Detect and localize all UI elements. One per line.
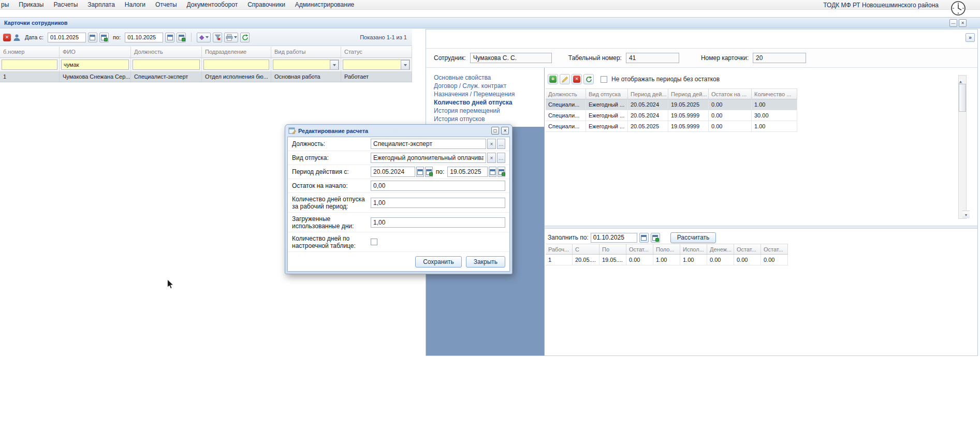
scrollbar-thumb[interactable] <box>959 84 966 112</box>
save-button[interactable]: Сохранить <box>415 256 462 268</box>
column-header-fio[interactable]: ФИО <box>60 47 131 58</box>
calendar-picker-button[interactable] <box>498 167 505 177</box>
column-header[interactable]: Остат... <box>734 244 761 255</box>
menu-item-raschety[interactable]: Расчеты <box>54 1 78 8</box>
user-icon[interactable] <box>13 34 21 41</box>
column-header-department[interactable]: Подразделение <box>202 47 271 58</box>
column-header-quantity[interactable]: Количество ... <box>752 88 797 99</box>
filter-input-fio[interactable] <box>61 60 129 70</box>
nav-item-contract[interactable]: Договор / Служ. контракт <box>434 82 544 90</box>
column-header[interactable]: Денеж... <box>707 244 734 255</box>
column-header[interactable]: Остат... <box>626 244 653 255</box>
menu-item-prikazy[interactable]: Приказы <box>19 1 43 8</box>
days-input[interactable] <box>371 198 505 208</box>
delete-record-icon[interactable]: ✕ <box>3 34 11 41</box>
scroll-down-button[interactable]: ▼ <box>962 211 970 218</box>
column-header-balance[interactable]: Остаток на ... <box>709 88 752 99</box>
column-header[interactable]: Поло... <box>653 244 680 255</box>
table-days-checkbox[interactable] <box>371 239 377 245</box>
horizontal-splitter[interactable] <box>545 226 977 229</box>
menu-item-kadry[interactable]: ры <box>1 1 9 8</box>
column-header[interactable]: По <box>599 244 626 255</box>
calculate-button[interactable]: Рассчитать <box>670 232 716 243</box>
dialog-maximize-button[interactable]: ▢ <box>491 127 499 135</box>
column-header-position[interactable]: Должность <box>131 47 202 58</box>
column-header-period-from[interactable]: Период дей... <box>628 88 668 99</box>
used-days-input[interactable] <box>371 217 505 228</box>
fill-date-input[interactable] <box>591 233 637 243</box>
column-header[interactable]: Рабоч... <box>546 244 573 255</box>
balance-input[interactable] <box>371 181 505 191</box>
nav-item-vacation-days[interactable]: Количество дней отпуска <box>434 99 544 106</box>
period-to-input[interactable] <box>447 167 488 177</box>
vertical-scrollbar[interactable]: ▲ ▼ <box>958 75 967 219</box>
close-dialog-button[interactable]: Закрыть <box>466 256 505 268</box>
dialog-close-button[interactable]: ✕ <box>501 127 509 135</box>
calendar-button[interactable] <box>165 33 174 42</box>
menu-item-dokumentooborot[interactable]: Документооборот <box>187 1 238 8</box>
filter-select-status[interactable] <box>343 60 410 70</box>
add-button[interactable]: + <box>548 74 558 84</box>
delete-button[interactable]: ✕ <box>572 74 582 84</box>
employee-name-field[interactable] <box>470 53 552 63</box>
vacation-row[interactable]: Специали... Ежегодный ... 20.05.2024 19.… <box>546 99 797 110</box>
menu-item-nalogi[interactable]: Налоги <box>125 1 145 8</box>
calendar-button[interactable] <box>416 167 424 177</box>
actions-menu-button[interactable] <box>197 33 211 42</box>
lookup-button[interactable]: … <box>497 153 505 163</box>
calendar-button[interactable] <box>489 167 496 177</box>
date-to-input[interactable] <box>125 33 163 42</box>
column-header-position[interactable]: Должность <box>546 88 586 99</box>
column-header-status[interactable]: Статус <box>341 47 412 58</box>
window-close-button[interactable]: ✕ <box>959 19 967 27</box>
calendar-picker-button[interactable] <box>425 167 433 177</box>
menu-item-administrirovanie[interactable]: Администрирование <box>295 1 354 8</box>
scroll-up-button[interactable]: ▲ <box>959 80 962 84</box>
calendar-picker-button[interactable] <box>177 33 186 42</box>
nav-item-assignments[interactable]: Назначения / Перемещения <box>434 91 544 98</box>
collapse-panel-button[interactable]: » <box>966 33 975 42</box>
column-header-period-to[interactable]: Период дей... <box>668 88 709 99</box>
vacation-type-combo-input[interactable] <box>371 153 486 163</box>
filter-select-worktype[interactable] <box>273 60 339 70</box>
tab-number-field[interactable] <box>626 53 679 63</box>
column-header[interactable]: Остат... <box>761 244 788 255</box>
calendar-picker-button[interactable] <box>651 233 660 243</box>
date-from-input[interactable] <box>48 33 86 42</box>
window-minimize-button[interactable]: — <box>949 19 957 27</box>
vacation-row[interactable]: Специали... Ежегодный ... 20.05.2024 19.… <box>546 110 797 121</box>
column-header-worktype[interactable]: Вид работы <box>271 47 341 58</box>
clock-icon[interactable] <box>950 1 966 16</box>
period-from-input[interactable] <box>371 167 415 177</box>
menu-item-spravochniki[interactable]: Справочники <box>247 1 285 8</box>
employee-row[interactable]: 1 Чумакова Снежана Сер... Специалист-экс… <box>0 72 412 82</box>
lookup-button[interactable]: … <box>497 139 505 149</box>
nav-item-main-properties[interactable]: Основные свойства <box>434 74 544 81</box>
filter-input-tabnum[interactable] <box>2 60 57 70</box>
card-number-field[interactable] <box>753 53 806 63</box>
refresh-button[interactable] <box>240 33 250 42</box>
dropdown-trigger-button[interactable] <box>330 60 339 70</box>
refresh-button[interactable] <box>583 74 594 84</box>
clear-field-button[interactable]: × <box>487 139 495 149</box>
menu-item-otchety[interactable]: Отчеты <box>155 1 177 8</box>
calc-row[interactable]: 1 20.05.... 19.05.... 0.00 1.00 1.00 0.0… <box>546 255 788 265</box>
nav-item-movement-history[interactable]: История перемещений <box>434 107 544 114</box>
column-header[interactable]: С <box>573 244 599 255</box>
hide-empty-periods-checkbox[interactable] <box>601 76 607 83</box>
column-header[interactable]: Испол... <box>680 244 707 255</box>
position-combo-input[interactable] <box>371 139 486 149</box>
dropdown-trigger-button[interactable] <box>401 60 409 70</box>
calendar-button[interactable] <box>88 33 97 42</box>
column-header-tabnum[interactable]: б.номер <box>0 47 60 58</box>
dialog-titlebar[interactable]: Редактирование расчета ▢ ✕ <box>287 125 510 137</box>
filter-input-department[interactable] <box>203 60 269 70</box>
menu-item-zarplata[interactable]: Зарплата <box>87 1 115 8</box>
edit-button[interactable] <box>560 74 570 84</box>
calendar-button[interactable] <box>639 233 649 243</box>
clear-filter-button[interactable] <box>213 33 222 42</box>
print-button[interactable] <box>224 33 238 42</box>
calendar-picker-button[interactable] <box>99 33 109 42</box>
column-header-vacation-type[interactable]: Вид отпуска <box>586 88 628 99</box>
filter-input-position[interactable] <box>133 60 200 70</box>
